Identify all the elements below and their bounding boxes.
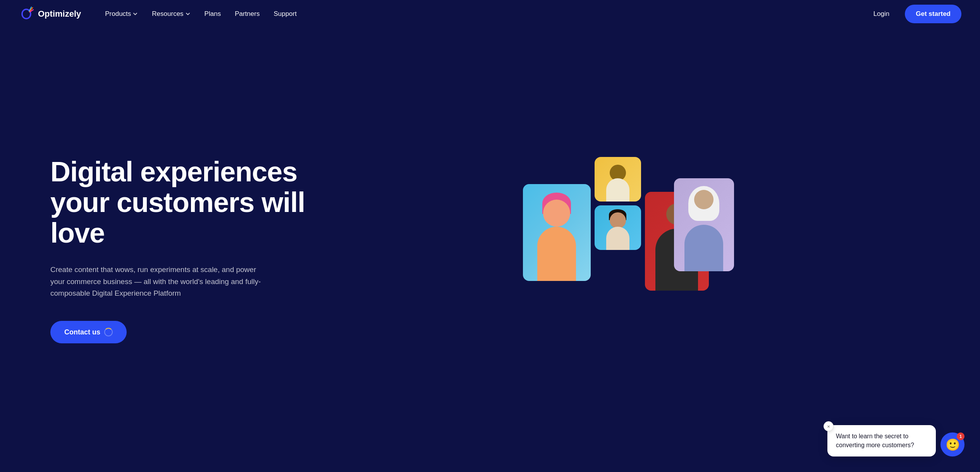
- chat-notification-badge: 1: [957, 432, 965, 440]
- chat-bubble: × Want to learn the secret to converting…: [827, 425, 936, 456]
- chat-bubble-text: Want to learn the secret to converting m…: [836, 433, 914, 448]
- photo-card-3: [595, 205, 641, 250]
- logo-link[interactable]: Optimizely: [19, 6, 81, 22]
- person-head-5: [694, 190, 714, 209]
- nav-item-resources[interactable]: Resources: [146, 7, 196, 21]
- spinner-icon: [104, 328, 113, 336]
- chevron-down-icon: [185, 11, 191, 17]
- hero-title: Digital experiences your customers will …: [50, 157, 322, 249]
- optimizely-logo-icon: [19, 6, 34, 22]
- chat-smiley-icon: 🙂: [946, 438, 960, 451]
- chat-close-button[interactable]: ×: [824, 421, 834, 431]
- nav-item-products[interactable]: Products: [100, 7, 143, 21]
- person-body-5: [684, 225, 723, 271]
- login-button[interactable]: Login: [867, 7, 896, 21]
- nav-item-support[interactable]: Support: [268, 7, 302, 21]
- nav-links: Products Resources Plans Partners Suppor…: [100, 7, 867, 21]
- hero-content: Digital experiences your customers will …: [50, 157, 322, 344]
- person-head-1: [543, 200, 570, 227]
- hero-section: Digital experiences your customers will …: [0, 28, 980, 472]
- person-body-3: [606, 227, 629, 250]
- person-head-3: [610, 212, 626, 229]
- photo-card-2: [595, 157, 641, 202]
- photo-card-1: [523, 184, 591, 281]
- nav-item-plans[interactable]: Plans: [199, 7, 227, 21]
- nav-right: Login Get started: [867, 5, 961, 23]
- chevron-down-icon: [132, 11, 138, 17]
- hero-description: Create content that wows, run experiment…: [50, 264, 267, 299]
- contact-us-button[interactable]: Contact us: [50, 321, 127, 343]
- photo-collage: [523, 157, 740, 343]
- photo-card-5: [674, 178, 734, 271]
- nav-item-partners[interactable]: Partners: [229, 7, 265, 21]
- get-started-button[interactable]: Get started: [905, 5, 961, 23]
- chat-avatar-button[interactable]: 🙂 1: [940, 432, 965, 456]
- person-body-2: [606, 178, 629, 202]
- brand-name: Optimizely: [38, 9, 81, 19]
- navbar: Optimizely Products Resources Plans Part…: [0, 0, 980, 28]
- hero-images-collage: [322, 149, 941, 351]
- chat-widget: × Want to learn the secret to converting…: [827, 425, 965, 456]
- person-body-1: [537, 227, 576, 281]
